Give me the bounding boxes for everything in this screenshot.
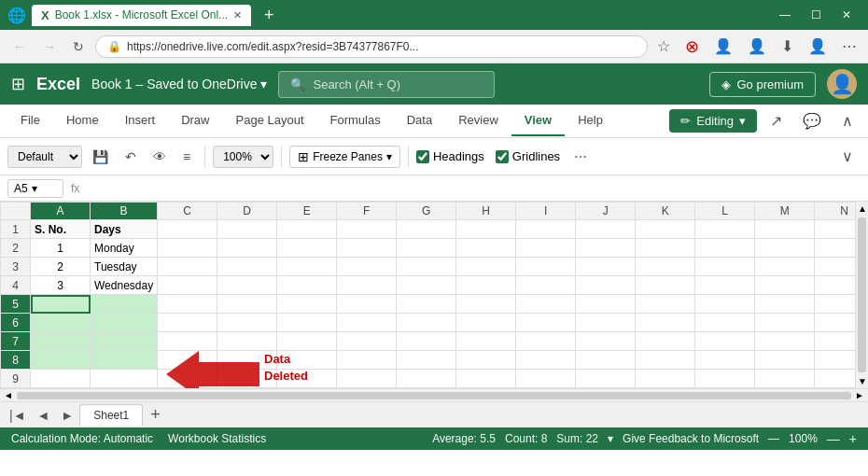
cell-l5[interactable]	[695, 295, 755, 314]
cell-g9[interactable]	[397, 370, 456, 388]
tab-formulas[interactable]: Formulas	[317, 105, 394, 136]
cell-n9[interactable]	[815, 370, 855, 388]
cell-i9[interactable]	[516, 370, 576, 388]
more-options-icon[interactable]: ⋯	[838, 35, 861, 57]
horizontal-scrollbar[interactable]: ◄ ►	[0, 388, 868, 401]
cell-m8[interactable]	[755, 351, 815, 370]
cell-f3[interactable]	[337, 258, 397, 276]
bullets-button[interactable]: ≡	[176, 145, 197, 169]
search-box[interactable]: 🔍	[278, 71, 495, 98]
cell-a9[interactable]	[31, 370, 91, 388]
cell-e4[interactable]	[277, 276, 337, 295]
person2-icon[interactable]: 👤	[744, 35, 770, 57]
cell-f9[interactable]	[337, 370, 397, 388]
cell-d9[interactable]	[217, 370, 277, 388]
tab-file[interactable]: File	[7, 105, 53, 136]
col-header-a[interactable]: A	[31, 203, 91, 220]
col-header-n[interactable]: N	[815, 203, 855, 220]
cell-d2[interactable]	[217, 239, 277, 258]
cell-e1[interactable]	[277, 220, 337, 239]
cell-b8[interactable]	[91, 351, 158, 370]
zoom-dropdown[interactable]: 100%	[213, 146, 273, 168]
cell-g3[interactable]	[397, 258, 456, 276]
go-premium-button[interactable]: ◈ Go premium	[709, 72, 816, 97]
share-button[interactable]: ↗	[763, 108, 790, 133]
sheet-tab-sheet1[interactable]: Sheet1	[79, 404, 143, 426]
cell-b9[interactable]	[91, 370, 158, 388]
refresh-button[interactable]: ↻	[67, 35, 90, 58]
more-button[interactable]: ⋯	[567, 145, 594, 169]
scroll-up-button[interactable]: ▲	[856, 202, 868, 216]
cell-l7[interactable]	[695, 332, 755, 351]
download-icon[interactable]: ⬇	[777, 35, 797, 57]
cell-h6[interactable]	[456, 314, 516, 332]
col-header-m[interactable]: M	[755, 203, 815, 220]
cell-m7[interactable]	[755, 332, 815, 351]
col-header-d[interactable]: D	[217, 203, 277, 220]
address-bar[interactable]: 🔒 https://onedrive.live.com/edit.aspx?re…	[95, 35, 648, 58]
cell-h8[interactable]	[456, 351, 516, 370]
gridlines-checkbox[interactable]	[496, 150, 509, 163]
cell-n1[interactable]	[815, 220, 855, 239]
col-header-i[interactable]: I	[516, 203, 576, 220]
formula-input[interactable]	[87, 182, 861, 195]
cell-c3[interactable]	[158, 258, 217, 276]
cell-j6[interactable]	[576, 314, 636, 332]
cell-f2[interactable]	[337, 239, 397, 258]
cell-d8[interactable]	[217, 351, 277, 370]
cell-k7[interactable]	[636, 332, 695, 351]
col-header-l[interactable]: L	[695, 203, 755, 220]
cell-i2[interactable]	[516, 239, 576, 258]
cell-l8[interactable]	[695, 351, 755, 370]
cell-a8[interactable]	[31, 351, 91, 370]
cell-g5[interactable]	[397, 295, 456, 314]
cell-b3[interactable]: Tuesday	[91, 258, 158, 276]
cell-k3[interactable]	[636, 258, 695, 276]
cell-j9[interactable]	[576, 370, 636, 388]
cell-l4[interactable]	[695, 276, 755, 295]
zoom-minus-button[interactable]: —	[827, 431, 840, 446]
tab-review[interactable]: Review	[445, 105, 511, 136]
cell-i1[interactable]	[516, 220, 576, 239]
cell-j5[interactable]	[576, 295, 636, 314]
cell-b5[interactable]	[91, 295, 158, 314]
cell-e7[interactable]	[277, 332, 337, 351]
cell-h5[interactable]	[456, 295, 516, 314]
cell-reference[interactable]: A5 ▾	[7, 179, 63, 198]
cell-f6[interactable]	[337, 314, 397, 332]
editing-button[interactable]: ✏ Editing ▾	[669, 109, 757, 133]
cell-i8[interactable]	[516, 351, 576, 370]
cell-e5[interactable]	[277, 295, 337, 314]
col-header-g[interactable]: G	[397, 203, 456, 220]
tab-page-layout[interactable]: Page Layout	[223, 105, 317, 136]
cell-l3[interactable]	[695, 258, 755, 276]
col-header-k[interactable]: K	[636, 203, 695, 220]
cell-k2[interactable]	[636, 239, 695, 258]
minimize-button[interactable]: —	[770, 5, 800, 25]
cell-n6[interactable]	[815, 314, 855, 332]
back-button[interactable]: ←	[7, 35, 32, 58]
cell-c6[interactable]	[158, 314, 217, 332]
cell-k6[interactable]	[636, 314, 695, 332]
cell-b4[interactable]: Wednesday	[91, 276, 158, 295]
search-input[interactable]	[313, 77, 483, 91]
freeze-panes-button[interactable]: ⊞ Freeze Panes ▾	[289, 146, 400, 168]
add-sheet-button[interactable]: +	[143, 405, 168, 425]
cell-g1[interactable]	[397, 220, 456, 239]
vertical-scrollbar[interactable]: ▲ ▼	[855, 202, 868, 388]
grid-wrapper[interactable]: A B C D E F G H I J K L M N	[0, 202, 855, 388]
cell-l6[interactable]	[695, 314, 755, 332]
cell-d4[interactable]	[217, 276, 277, 295]
tab-insert[interactable]: Insert	[112, 105, 169, 136]
cell-d6[interactable]	[217, 314, 277, 332]
cell-f4[interactable]	[337, 276, 397, 295]
cell-m3[interactable]	[755, 258, 815, 276]
zoom-plus-button[interactable]: +	[849, 431, 857, 446]
cell-a1[interactable]: S. No.	[31, 220, 91, 239]
cell-e3[interactable]	[277, 258, 337, 276]
col-header-b[interactable]: B	[91, 203, 158, 220]
workbook-name[interactable]: Book 1 – Saved to OneDrive ▾	[91, 77, 267, 91]
cell-j1[interactable]	[576, 220, 636, 239]
cell-i3[interactable]	[516, 258, 576, 276]
cell-f1[interactable]	[337, 220, 397, 239]
